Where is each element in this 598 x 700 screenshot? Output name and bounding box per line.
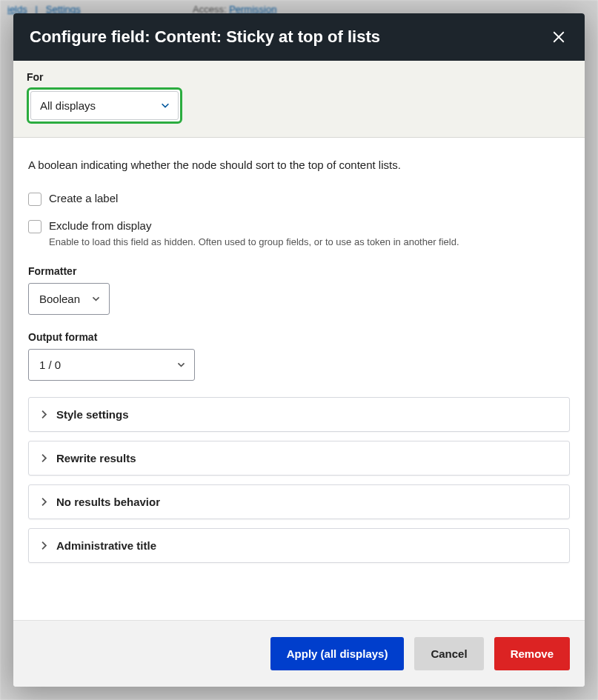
create-label-text[interactable]: Create a label — [49, 192, 118, 204]
chevron-down-icon — [91, 294, 101, 304]
modal-footer: Apply (all displays) Cancel Remove — [13, 620, 585, 687]
accordion-admin-label: Administrative title — [56, 539, 156, 552]
formatter-label: Formatter — [28, 265, 570, 277]
modal-header: Configure field: Content: Sticky at top … — [13, 13, 585, 61]
accordion-noresults-label: No results behavior — [56, 496, 160, 508]
for-label: For — [27, 71, 571, 83]
cancel-button[interactable]: Cancel — [414, 637, 483, 670]
modal-title: Configure field: Content: Sticky at top … — [30, 27, 380, 47]
field-description: A boolean indicating whether the node sh… — [28, 159, 570, 171]
exclude-checkbox[interactable] — [28, 220, 41, 233]
accordion-rewrite-results[interactable]: Rewrite results — [28, 441, 570, 476]
create-label-checkbox[interactable] — [28, 193, 41, 206]
chevron-right-icon — [39, 453, 49, 463]
accordion-style-label: Style settings — [56, 408, 129, 421]
chevron-down-icon — [160, 100, 170, 110]
remove-button[interactable]: Remove — [494, 637, 570, 670]
formatter-group: Formatter Boolean — [28, 265, 570, 315]
content-section: A boolean indicating whether the node sh… — [13, 138, 585, 587]
configure-field-modal: Configure field: Content: Sticky at top … — [13, 13, 585, 687]
formatter-value: Boolean — [39, 293, 80, 305]
accordion-admin-title[interactable]: Administrative title — [28, 528, 570, 563]
output-format-group: Output format 1 / 0 — [28, 331, 570, 381]
accordion-no-results[interactable]: No results behavior — [28, 484, 570, 519]
chevron-down-icon — [176, 360, 186, 370]
for-select-value: All displays — [40, 99, 96, 112]
close-button[interactable] — [549, 27, 568, 47]
chevron-right-icon — [39, 541, 49, 550]
exclude-label[interactable]: Exclude from display — [49, 219, 151, 232]
output-format-select[interactable]: 1 / 0 — [28, 349, 195, 381]
formatter-select[interactable]: Boolean — [28, 283, 110, 315]
for-select[interactable]: All displays — [30, 91, 179, 120]
chevron-right-icon — [39, 497, 49, 507]
output-format-value: 1 / 0 — [39, 359, 61, 371]
modal-body: For All displays A boolean indicating wh… — [13, 61, 585, 621]
exclude-row: Exclude from display — [28, 219, 570, 233]
accordion-rewrite-label: Rewrite results — [56, 452, 136, 464]
apply-button[interactable]: Apply (all displays) — [270, 637, 405, 670]
for-select-highlight: All displays — [27, 87, 182, 124]
accordion-style-settings[interactable]: Style settings — [28, 397, 570, 432]
close-icon — [552, 30, 565, 44]
chevron-right-icon — [39, 410, 49, 419]
exclude-help-text: Enable to load this field as hidden. Oft… — [49, 236, 570, 247]
output-format-label: Output format — [28, 331, 570, 343]
create-label-row: Create a label — [28, 192, 570, 206]
for-section: For All displays — [13, 61, 585, 138]
